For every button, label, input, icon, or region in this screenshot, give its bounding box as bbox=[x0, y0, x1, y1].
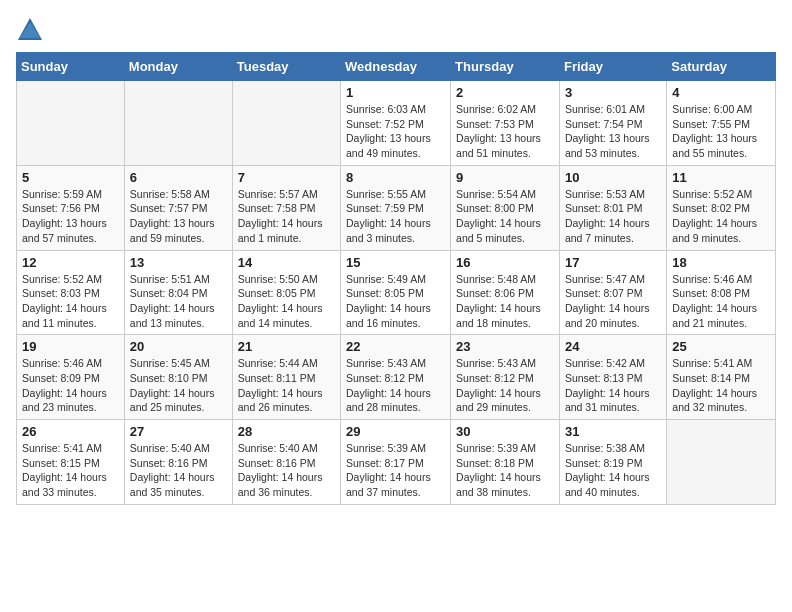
calendar-cell: 14Sunrise: 5:50 AM Sunset: 8:05 PM Dayli… bbox=[232, 250, 340, 335]
day-number: 4 bbox=[672, 85, 770, 100]
day-info: Sunrise: 5:41 AM Sunset: 8:14 PM Dayligh… bbox=[672, 356, 770, 415]
day-number: 31 bbox=[565, 424, 661, 439]
calendar-cell: 3Sunrise: 6:01 AM Sunset: 7:54 PM Daylig… bbox=[559, 81, 666, 166]
day-info: Sunrise: 5:52 AM Sunset: 8:03 PM Dayligh… bbox=[22, 272, 119, 331]
day-info: Sunrise: 5:41 AM Sunset: 8:15 PM Dayligh… bbox=[22, 441, 119, 500]
day-info: Sunrise: 5:40 AM Sunset: 8:16 PM Dayligh… bbox=[238, 441, 335, 500]
day-info: Sunrise: 5:48 AM Sunset: 8:06 PM Dayligh… bbox=[456, 272, 554, 331]
calendar-cell: 29Sunrise: 5:39 AM Sunset: 8:17 PM Dayli… bbox=[341, 420, 451, 505]
day-number: 5 bbox=[22, 170, 119, 185]
day-number: 28 bbox=[238, 424, 335, 439]
calendar-cell: 5Sunrise: 5:59 AM Sunset: 7:56 PM Daylig… bbox=[17, 165, 125, 250]
calendar-table: SundayMondayTuesdayWednesdayThursdayFrid… bbox=[16, 52, 776, 505]
day-number: 3 bbox=[565, 85, 661, 100]
day-header-wednesday: Wednesday bbox=[341, 53, 451, 81]
calendar-cell: 10Sunrise: 5:53 AM Sunset: 8:01 PM Dayli… bbox=[559, 165, 666, 250]
day-number: 19 bbox=[22, 339, 119, 354]
page-header bbox=[16, 16, 776, 44]
day-number: 26 bbox=[22, 424, 119, 439]
calendar-week-row: 12Sunrise: 5:52 AM Sunset: 8:03 PM Dayli… bbox=[17, 250, 776, 335]
day-info: Sunrise: 6:00 AM Sunset: 7:55 PM Dayligh… bbox=[672, 102, 770, 161]
svg-marker-1 bbox=[20, 22, 40, 38]
calendar-week-row: 1Sunrise: 6:03 AM Sunset: 7:52 PM Daylig… bbox=[17, 81, 776, 166]
day-info: Sunrise: 5:43 AM Sunset: 8:12 PM Dayligh… bbox=[346, 356, 445, 415]
day-info: Sunrise: 5:49 AM Sunset: 8:05 PM Dayligh… bbox=[346, 272, 445, 331]
day-info: Sunrise: 5:40 AM Sunset: 8:16 PM Dayligh… bbox=[130, 441, 227, 500]
day-info: Sunrise: 5:58 AM Sunset: 7:57 PM Dayligh… bbox=[130, 187, 227, 246]
day-info: Sunrise: 5:38 AM Sunset: 8:19 PM Dayligh… bbox=[565, 441, 661, 500]
day-info: Sunrise: 5:53 AM Sunset: 8:01 PM Dayligh… bbox=[565, 187, 661, 246]
calendar-week-row: 26Sunrise: 5:41 AM Sunset: 8:15 PM Dayli… bbox=[17, 420, 776, 505]
day-info: Sunrise: 5:59 AM Sunset: 7:56 PM Dayligh… bbox=[22, 187, 119, 246]
calendar-cell: 13Sunrise: 5:51 AM Sunset: 8:04 PM Dayli… bbox=[124, 250, 232, 335]
day-number: 6 bbox=[130, 170, 227, 185]
day-info: Sunrise: 5:39 AM Sunset: 8:17 PM Dayligh… bbox=[346, 441, 445, 500]
day-info: Sunrise: 6:01 AM Sunset: 7:54 PM Dayligh… bbox=[565, 102, 661, 161]
calendar-cell: 22Sunrise: 5:43 AM Sunset: 8:12 PM Dayli… bbox=[341, 335, 451, 420]
day-number: 15 bbox=[346, 255, 445, 270]
day-number: 23 bbox=[456, 339, 554, 354]
day-number: 24 bbox=[565, 339, 661, 354]
day-info: Sunrise: 5:51 AM Sunset: 8:04 PM Dayligh… bbox=[130, 272, 227, 331]
day-info: Sunrise: 5:46 AM Sunset: 8:08 PM Dayligh… bbox=[672, 272, 770, 331]
calendar-header-row: SundayMondayTuesdayWednesdayThursdayFrid… bbox=[17, 53, 776, 81]
calendar-cell: 6Sunrise: 5:58 AM Sunset: 7:57 PM Daylig… bbox=[124, 165, 232, 250]
day-number: 1 bbox=[346, 85, 445, 100]
calendar-cell: 2Sunrise: 6:02 AM Sunset: 7:53 PM Daylig… bbox=[451, 81, 560, 166]
day-info: Sunrise: 5:50 AM Sunset: 8:05 PM Dayligh… bbox=[238, 272, 335, 331]
calendar-cell bbox=[17, 81, 125, 166]
calendar-cell bbox=[124, 81, 232, 166]
day-info: Sunrise: 5:43 AM Sunset: 8:12 PM Dayligh… bbox=[456, 356, 554, 415]
calendar-cell: 25Sunrise: 5:41 AM Sunset: 8:14 PM Dayli… bbox=[667, 335, 776, 420]
calendar-cell: 28Sunrise: 5:40 AM Sunset: 8:16 PM Dayli… bbox=[232, 420, 340, 505]
day-number: 2 bbox=[456, 85, 554, 100]
day-number: 21 bbox=[238, 339, 335, 354]
day-number: 14 bbox=[238, 255, 335, 270]
logo-icon bbox=[16, 16, 44, 44]
day-number: 30 bbox=[456, 424, 554, 439]
day-number: 22 bbox=[346, 339, 445, 354]
day-number: 17 bbox=[565, 255, 661, 270]
calendar-cell: 7Sunrise: 5:57 AM Sunset: 7:58 PM Daylig… bbox=[232, 165, 340, 250]
calendar-cell: 23Sunrise: 5:43 AM Sunset: 8:12 PM Dayli… bbox=[451, 335, 560, 420]
day-header-friday: Friday bbox=[559, 53, 666, 81]
day-info: Sunrise: 5:45 AM Sunset: 8:10 PM Dayligh… bbox=[130, 356, 227, 415]
day-number: 27 bbox=[130, 424, 227, 439]
day-header-tuesday: Tuesday bbox=[232, 53, 340, 81]
day-info: Sunrise: 5:52 AM Sunset: 8:02 PM Dayligh… bbox=[672, 187, 770, 246]
calendar-cell: 24Sunrise: 5:42 AM Sunset: 8:13 PM Dayli… bbox=[559, 335, 666, 420]
day-number: 25 bbox=[672, 339, 770, 354]
day-info: Sunrise: 5:46 AM Sunset: 8:09 PM Dayligh… bbox=[22, 356, 119, 415]
day-number: 7 bbox=[238, 170, 335, 185]
calendar-cell: 12Sunrise: 5:52 AM Sunset: 8:03 PM Dayli… bbox=[17, 250, 125, 335]
calendar-cell bbox=[232, 81, 340, 166]
day-number: 9 bbox=[456, 170, 554, 185]
day-header-monday: Monday bbox=[124, 53, 232, 81]
day-info: Sunrise: 5:42 AM Sunset: 8:13 PM Dayligh… bbox=[565, 356, 661, 415]
day-number: 29 bbox=[346, 424, 445, 439]
day-header-thursday: Thursday bbox=[451, 53, 560, 81]
calendar-cell: 1Sunrise: 6:03 AM Sunset: 7:52 PM Daylig… bbox=[341, 81, 451, 166]
calendar-cell: 21Sunrise: 5:44 AM Sunset: 8:11 PM Dayli… bbox=[232, 335, 340, 420]
day-number: 18 bbox=[672, 255, 770, 270]
calendar-cell: 17Sunrise: 5:47 AM Sunset: 8:07 PM Dayli… bbox=[559, 250, 666, 335]
calendar-cell: 26Sunrise: 5:41 AM Sunset: 8:15 PM Dayli… bbox=[17, 420, 125, 505]
calendar-cell: 15Sunrise: 5:49 AM Sunset: 8:05 PM Dayli… bbox=[341, 250, 451, 335]
calendar-week-row: 5Sunrise: 5:59 AM Sunset: 7:56 PM Daylig… bbox=[17, 165, 776, 250]
day-number: 11 bbox=[672, 170, 770, 185]
calendar-cell bbox=[667, 420, 776, 505]
day-info: Sunrise: 5:44 AM Sunset: 8:11 PM Dayligh… bbox=[238, 356, 335, 415]
day-info: Sunrise: 6:02 AM Sunset: 7:53 PM Dayligh… bbox=[456, 102, 554, 161]
calendar-cell: 27Sunrise: 5:40 AM Sunset: 8:16 PM Dayli… bbox=[124, 420, 232, 505]
day-header-saturday: Saturday bbox=[667, 53, 776, 81]
day-number: 20 bbox=[130, 339, 227, 354]
calendar-cell: 30Sunrise: 5:39 AM Sunset: 8:18 PM Dayli… bbox=[451, 420, 560, 505]
day-info: Sunrise: 5:39 AM Sunset: 8:18 PM Dayligh… bbox=[456, 441, 554, 500]
day-number: 13 bbox=[130, 255, 227, 270]
calendar-cell: 9Sunrise: 5:54 AM Sunset: 8:00 PM Daylig… bbox=[451, 165, 560, 250]
calendar-week-row: 19Sunrise: 5:46 AM Sunset: 8:09 PM Dayli… bbox=[17, 335, 776, 420]
day-info: Sunrise: 6:03 AM Sunset: 7:52 PM Dayligh… bbox=[346, 102, 445, 161]
day-number: 12 bbox=[22, 255, 119, 270]
day-number: 10 bbox=[565, 170, 661, 185]
day-info: Sunrise: 5:47 AM Sunset: 8:07 PM Dayligh… bbox=[565, 272, 661, 331]
